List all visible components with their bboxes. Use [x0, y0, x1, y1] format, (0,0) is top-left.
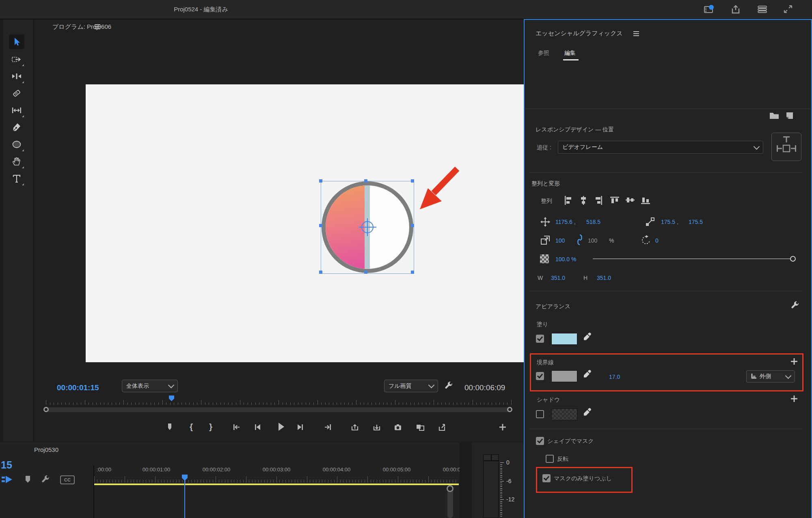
- slip-tool[interactable]: [9, 103, 24, 118]
- new-layer-icon[interactable]: [785, 112, 794, 121]
- scrollbar-left-knob[interactable]: [43, 407, 49, 412]
- fill-checkbox[interactable]: [536, 335, 544, 343]
- stroke-color-swatch[interactable]: [551, 370, 577, 382]
- position-y-value[interactable]: 518.5: [586, 219, 600, 225]
- meter-scale-label: -6: [506, 478, 511, 484]
- fill-color-swatch[interactable]: [551, 333, 577, 345]
- stroke-width-value[interactable]: 17.0: [609, 374, 620, 380]
- selection-handle[interactable]: [411, 271, 414, 274]
- mark-out-icon[interactable]: }: [209, 422, 212, 432]
- align-top-icon[interactable]: [609, 195, 620, 207]
- active-tab-underline: [563, 59, 579, 60]
- marker-icon[interactable]: [24, 475, 32, 485]
- wrench-icon[interactable]: [41, 475, 50, 486]
- appearance-wrench-icon[interactable]: [790, 301, 800, 312]
- sequence-icon[interactable]: [2, 475, 13, 485]
- lift-icon[interactable]: [350, 423, 359, 433]
- current-timecode[interactable]: 00:00:01:15: [57, 383, 99, 392]
- export-frame-icon[interactable]: [393, 423, 402, 433]
- panel-menu-icon[interactable]: [633, 31, 640, 38]
- scrollbar-right-knob[interactable]: [507, 407, 512, 412]
- fullscreen-icon[interactable]: [783, 4, 793, 14]
- stroke-checkbox[interactable]: [536, 372, 544, 380]
- invert-checkbox[interactable]: [546, 455, 554, 463]
- comparison-view-icon[interactable]: [415, 423, 425, 433]
- selection-handle[interactable]: [319, 179, 322, 183]
- panel-menu-icon[interactable]: [95, 24, 101, 31]
- shadow-eyedropper-icon[interactable]: [582, 408, 592, 419]
- align-center-vertical-icon[interactable]: [625, 195, 635, 207]
- rotation-value[interactable]: 0: [655, 237, 659, 244]
- share-icon[interactable]: [730, 4, 741, 14]
- anchor-y-value[interactable]: 175.5: [689, 219, 703, 225]
- type-tool[interactable]: [9, 171, 24, 186]
- position-x-value[interactable]: 1175.6 ,: [555, 219, 576, 225]
- add-button-icon[interactable]: [498, 423, 507, 433]
- selection-handle[interactable]: [319, 224, 322, 227]
- opacity-value[interactable]: 100.0 %: [555, 256, 576, 262]
- align-center-horizontal-icon[interactable]: [579, 195, 588, 207]
- play-icon[interactable]: [276, 421, 286, 433]
- shadow-color-swatch[interactable]: [551, 408, 577, 420]
- stroke-type-select[interactable]: 外側: [746, 370, 795, 383]
- closed-captions-icon[interactable]: CC: [60, 475, 75, 484]
- scrollbar-knob[interactable]: [447, 485, 454, 492]
- go-to-in-icon[interactable]: [232, 423, 241, 433]
- fill-eyedropper-icon[interactable]: [582, 332, 592, 344]
- link-scale-icon[interactable]: [577, 234, 583, 247]
- go-to-out-icon[interactable]: [324, 423, 333, 433]
- pen-tool[interactable]: [9, 120, 24, 135]
- align-left-icon[interactable]: [563, 195, 573, 207]
- selection-handle[interactable]: [319, 271, 322, 274]
- step-back-icon[interactable]: [253, 423, 262, 433]
- opacity-slider-knob[interactable]: [790, 256, 796, 262]
- follow-select[interactable]: ビデオフレーム: [558, 141, 763, 154]
- mask-with-shape-checkbox[interactable]: [536, 437, 544, 445]
- align-right-icon[interactable]: [594, 195, 604, 207]
- responsive-pin-widget[interactable]: [771, 133, 801, 161]
- selection-handle[interactable]: [364, 271, 367, 274]
- selection-handle[interactable]: [364, 179, 367, 183]
- new-folder-icon[interactable]: [769, 112, 780, 121]
- sequence-tab[interactable]: Proj0530: [34, 446, 58, 453]
- timeline-timecode[interactable]: 15: [1, 459, 12, 471]
- workspace-icon[interactable]: [704, 4, 714, 14]
- selection-tool[interactable]: [9, 34, 24, 49]
- step-forward-icon[interactable]: [296, 423, 305, 433]
- extract-icon[interactable]: [372, 423, 381, 433]
- tab-edit[interactable]: 編集: [564, 49, 576, 57]
- program-scrollbar[interactable]: [46, 407, 511, 412]
- anchor-x-value[interactable]: 175.5 ,: [661, 219, 678, 225]
- razor-tool[interactable]: [9, 86, 24, 101]
- selection-handle[interactable]: [411, 224, 414, 227]
- playback-quality-select[interactable]: フル画質: [384, 380, 438, 392]
- fill-mask-only-checkbox[interactable]: [542, 474, 551, 482]
- ellipse-tool[interactable]: [9, 137, 24, 152]
- timeline-playhead-line[interactable]: [184, 480, 185, 518]
- track-select-forward-tool[interactable]: [9, 52, 24, 67]
- program-time-ruler[interactable]: [46, 399, 511, 406]
- add-marker-icon[interactable]: [165, 423, 174, 433]
- tab-browse[interactable]: 参照: [538, 49, 549, 57]
- hand-tool[interactable]: [9, 154, 24, 169]
- work-area-bar[interactable]: [94, 484, 459, 485]
- opacity-slider[interactable]: [593, 258, 793, 259]
- selection-handle[interactable]: [411, 179, 414, 183]
- export-media-icon[interactable]: [437, 423, 446, 433]
- ripple-edit-tool[interactable]: [9, 69, 24, 84]
- stroke-eyedropper-icon[interactable]: [582, 370, 592, 381]
- settings-wrench-icon[interactable]: [444, 381, 454, 392]
- height-value[interactable]: 351.0: [597, 275, 611, 281]
- width-value[interactable]: 351.0: [551, 275, 565, 281]
- scale-width-value[interactable]: 100: [555, 237, 565, 244]
- add-shadow-icon[interactable]: [790, 395, 798, 404]
- align-bottom-icon[interactable]: [640, 195, 651, 207]
- zoom-level-select[interactable]: 全体表示: [122, 380, 178, 392]
- mark-in-icon[interactable]: {: [190, 422, 193, 432]
- timeline-ruler[interactable]: [94, 475, 459, 484]
- shadow-checkbox[interactable]: [536, 410, 544, 418]
- scale-height-value[interactable]: 100: [588, 237, 597, 244]
- stacked-panels-icon[interactable]: [757, 4, 767, 14]
- align-transform-title: 整列と変形: [531, 180, 560, 187]
- add-stroke-icon[interactable]: [790, 357, 798, 367]
